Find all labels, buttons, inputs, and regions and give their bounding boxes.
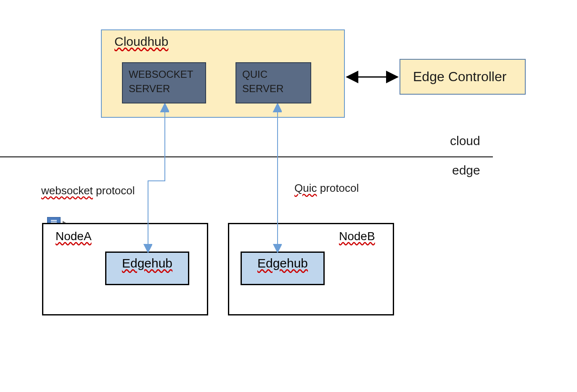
websocket-connection-arrow bbox=[0, 0, 577, 392]
